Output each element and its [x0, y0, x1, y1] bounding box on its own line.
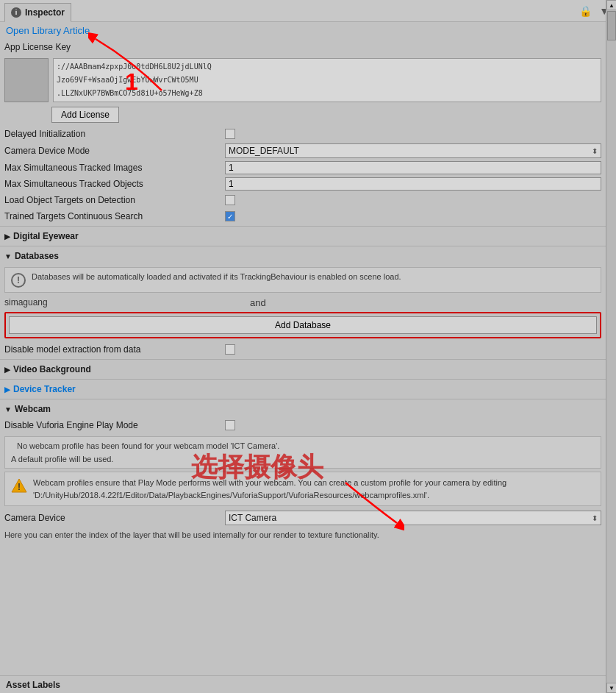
no-webcam-box: No webcam profile has been found for you… [4, 436, 601, 469]
scrollbar-down-button[interactable]: ▼ [606, 683, 616, 693]
license-section: ://AAABmam4zpxpJ0o0tdDH6L8U2jdLUNlQ Jzo6… [0, 55, 606, 105]
max-tracked-objects-row: Max Simultaneous Tracked Objects 1 [0, 176, 606, 192]
trained-targets-row: Trained Targets Continuous Search ✓ [0, 208, 606, 224]
warning-icon: ! [11, 478, 27, 501]
inspector-icon: i [11, 7, 21, 18]
app-license-key-label: App License Key [4, 42, 225, 52]
app-license-key-row: App License Key [0, 39, 606, 55]
disable-model-extraction-checkbox[interactable] [225, 344, 235, 355]
scrollbar-thumb[interactable] [607, 11, 616, 40]
scrollbar-track[interactable]: ▲ ▼ [606, 0, 616, 693]
digital-eyewear-section[interactable]: ▶ Digital Eyewear [0, 228, 606, 244]
digital-eyewear-label: Digital Eyewear [13, 231, 79, 241]
webcam-label: Webcam [15, 404, 51, 414]
open-library-link[interactable]: Open Library Article [0, 22, 606, 39]
delayed-init-checkbox[interactable] [225, 129, 235, 139]
inspector-header: i Inspector 🔒 ▼ [0, 0, 616, 22]
video-background-section[interactable]: ▶ Video Background [0, 361, 606, 377]
load-object-targets-label: Load Object Targets on Detection [4, 195, 225, 205]
load-object-targets-checkbox[interactable] [225, 195, 235, 205]
databases-label: Databases [15, 251, 59, 261]
camera-device-mode-label: Camera Device Mode [4, 146, 225, 156]
max-tracked-objects-input[interactable]: 1 [225, 177, 601, 191]
webcam-warning-text: Webcam profiles ensure that Play Mode pe… [33, 477, 595, 501]
webcam-section-header[interactable]: ▼ Webcam [0, 401, 606, 417]
divider-4 [0, 379, 606, 380]
webcam-warning-box: ! Webcam profiles ensure that Play Mode … [4, 472, 601, 506]
delayed-init-label: Delayed Initialization [4, 129, 225, 139]
license-thumbnail [4, 58, 49, 102]
device-tracker-section[interactable]: ▶ Device Tracker [0, 381, 606, 397]
camera-device-value: ICT Camera [229, 513, 276, 523]
trained-targets-checkbox[interactable]: ✓ [225, 211, 235, 221]
divider-3 [0, 359, 606, 360]
databases-section-header[interactable]: ▼ Databases [0, 248, 606, 264]
lock-icon[interactable]: 🔒 [577, 4, 594, 18]
inspector-tab-label: Inspector [25, 7, 65, 18]
add-database-button[interactable]: Add Database [9, 316, 597, 334]
add-database-wrapper: Add Database [4, 312, 601, 338]
divider-5 [0, 399, 606, 399]
asset-labels-bar: Asset Labels [0, 675, 616, 693]
disable-vuforia-label: Disable Vuforia Engine Play Mode [4, 420, 225, 430]
device-tracker-triangle-icon: ▶ [4, 385, 10, 394]
add-license-button[interactable]: Add License [51, 107, 119, 123]
main-content: Open Library Article 1 App License Key :… [0, 22, 616, 544]
trained-targets-label: Trained Targets Continuous Search [4, 211, 225, 221]
camera-device-field-label: Camera Device [4, 513, 225, 523]
camera-device-mode-dropdown[interactable]: MODE_DEFAULT ⬍ [225, 143, 601, 158]
camera-device-mode-row: Camera Device Mode MODE_DEFAULT ⬍ [0, 142, 606, 160]
disable-vuforia-row: Disable Vuforia Engine Play Mode [0, 417, 606, 433]
license-text: ://AAABmam4zpxpJ0o0tdDH6L8U2jdLUNlQ Jzo6… [53, 58, 601, 102]
svg-text:!: ! [18, 482, 21, 492]
max-tracked-images-input[interactable]: 1 [225, 161, 601, 174]
no-webcam-text1: No webcam profile has been found for you… [17, 441, 279, 450]
digital-eyewear-triangle-icon: ▶ [4, 232, 10, 241]
dropdown-arrow-icon: ⬍ [592, 147, 598, 155]
camera-device-row: Camera Device ICT Camera ⬍ [0, 509, 606, 527]
simaguang-label: simaguang [0, 296, 606, 309]
asset-labels-text: Asset Labels [6, 680, 60, 690]
divider-2 [0, 246, 606, 246]
disable-model-extraction-row: Disable model extraction from data [0, 341, 606, 358]
databases-triangle-icon: ▼ [4, 252, 12, 260]
video-background-triangle-icon: ▶ [4, 366, 10, 374]
inspector-tab[interactable]: i Inspector [4, 3, 71, 22]
device-tracker-label: Device Tracker [13, 384, 76, 394]
disable-model-extraction-label: Disable model extraction from data [4, 344, 225, 355]
max-tracked-images-label: Max Simultaneous Tracked Images [4, 163, 225, 173]
scrollbar-up-button[interactable]: ▲ [606, 0, 616, 10]
render-hint-text: Here you can enter the index of the laye… [0, 527, 606, 544]
databases-info-box: ! Databases will be automatically loaded… [4, 267, 601, 293]
max-tracked-images-row: Max Simultaneous Tracked Images 1 [0, 160, 606, 176]
video-background-label: Video Background [13, 364, 91, 374]
info-icon: ! [11, 273, 26, 288]
camera-device-dropdown[interactable]: ICT Camera ⬍ [225, 511, 601, 525]
delayed-init-row: Delayed Initialization [0, 126, 606, 142]
webcam-triangle-icon: ▼ [4, 405, 12, 413]
databases-info-text: Databases will be automatically loaded a… [32, 272, 401, 281]
camera-device-arrow-icon: ⬍ [592, 514, 598, 522]
load-object-targets-row: Load Object Targets on Detection [0, 192, 606, 208]
no-webcam-text2: A default profile will be used. [11, 455, 113, 463]
disable-vuforia-checkbox[interactable] [225, 420, 235, 430]
divider-1 [0, 226, 606, 227]
camera-device-mode-value: MODE_DEFAULT [229, 146, 299, 156]
max-tracked-objects-label: Max Simultaneous Tracked Objects [4, 179, 225, 189]
